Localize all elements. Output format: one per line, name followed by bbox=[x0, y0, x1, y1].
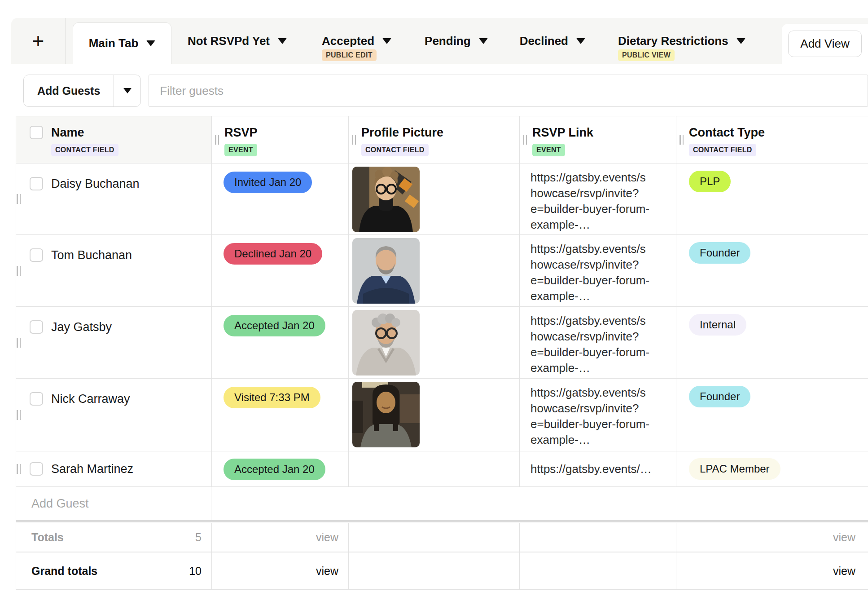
rsvp-status-pill[interactable]: Visited 7:33 PM bbox=[224, 387, 320, 408]
guest-table: Name CONTACT FIELD RSVP EVENT Profile Pi… bbox=[16, 116, 868, 590]
row-drag-handle-icon[interactable] bbox=[17, 338, 21, 348]
chevron-down-icon bbox=[736, 38, 745, 44]
name-cell: Sarah Martinez bbox=[16, 451, 211, 487]
empty-cell bbox=[519, 552, 676, 590]
rsvp-cell: Visited 7:33 PM bbox=[211, 379, 348, 451]
contact-type-pill[interactable]: Founder bbox=[689, 386, 750, 407]
add-guest-placeholder: Add Guest bbox=[31, 497, 89, 511]
tab-pending[interactable]: Pending bbox=[425, 18, 488, 64]
select-all-checkbox[interactable] bbox=[30, 126, 43, 139]
contact-type-pill[interactable]: LPAC Member bbox=[689, 458, 780, 480]
rsvp-status-pill[interactable]: Accepted Jan 20 bbox=[224, 315, 325, 336]
rsvp-link-cell: https://gatsby.events/s howcase/rsvp/inv… bbox=[519, 235, 676, 307]
profile-photo[interactable] bbox=[352, 310, 420, 376]
rsvp-status-pill[interactable]: Accepted Jan 20 bbox=[224, 459, 325, 480]
guest-toolbar: Add Guests bbox=[23, 75, 868, 107]
public-edit-badge: PUBLIC EDIT bbox=[322, 49, 377, 61]
contact-type-cell: Founder bbox=[676, 379, 868, 451]
tab-accepted[interactable]: Accepted PUBLIC EDIT bbox=[322, 18, 391, 64]
column-header-rsvp[interactable]: RSVP EVENT bbox=[211, 116, 348, 163]
contact-type-pill[interactable]: Founder bbox=[689, 242, 750, 264]
view-tabs-bar: + Main Tab Not RSVPd Yet Accepted PUBLIC… bbox=[11, 18, 868, 64]
add-guests-dropdown-button[interactable] bbox=[114, 75, 140, 106]
tab-label: Not RSVPd Yet bbox=[188, 34, 270, 48]
filter-guests-input[interactable] bbox=[149, 75, 868, 107]
tab-main-tab[interactable]: Main Tab bbox=[73, 22, 171, 64]
guest-name: Tom Buchanan bbox=[51, 248, 132, 262]
grand-totals-label: Grand totals bbox=[31, 565, 97, 578]
name-cell: Jay Gatsby bbox=[16, 307, 211, 379]
name-cell: Daisy Buchanan bbox=[16, 163, 211, 235]
column-header-rsvp-link[interactable]: RSVP Link EVENT bbox=[519, 116, 676, 163]
contact-field-badge: CONTACT FIELD bbox=[361, 144, 429, 156]
totals-rsvp-cell: view bbox=[211, 523, 348, 552]
row-drag-handle-icon[interactable] bbox=[17, 464, 21, 474]
contact-type-cell: Internal bbox=[676, 307, 868, 379]
row-drag-handle-icon[interactable] bbox=[17, 194, 21, 204]
row-checkbox[interactable] bbox=[30, 320, 43, 334]
row-checkbox[interactable] bbox=[30, 248, 43, 262]
add-guest-row[interactable]: Add Guest bbox=[16, 487, 868, 522]
row-drag-handle-icon[interactable] bbox=[17, 410, 21, 420]
rsvp-link-text[interactable]: https://gatsby.events/s howcase/rsvp/inv… bbox=[530, 171, 649, 231]
profile-photo[interactable] bbox=[352, 382, 420, 447]
name-cell: Nick Carraway bbox=[16, 379, 211, 451]
table-row: Sarah Martinez Accepted Jan 20 https://g… bbox=[16, 451, 868, 487]
contact-type-pill[interactable]: PLP bbox=[689, 171, 731, 192]
profile-photo[interactable] bbox=[352, 167, 420, 232]
table-body: Daisy Buchanan Invited Jan 20 https://ga… bbox=[16, 163, 868, 487]
add-view-button[interactable]: Add View bbox=[788, 31, 861, 57]
row-checkbox[interactable] bbox=[30, 392, 43, 406]
rsvp-link-text[interactable]: https://gatsby.events/… bbox=[530, 462, 652, 476]
grand-totals-view-link[interactable]: view bbox=[833, 565, 855, 578]
tab-dietary-restrictions[interactable]: Dietary Restrictions PUBLIC VIEW bbox=[618, 18, 745, 64]
empty-cell bbox=[348, 552, 519, 590]
rsvp-link-text[interactable]: https://gatsby.events/s howcase/rsvp/inv… bbox=[530, 314, 649, 375]
tab-not-rsvpd-yet[interactable]: Not RSVPd Yet bbox=[188, 18, 287, 64]
contact-type-pill[interactable]: Internal bbox=[689, 314, 746, 336]
column-drag-handle-icon[interactable] bbox=[215, 135, 219, 145]
grand-totals-name-cell: Grand totals 10 bbox=[16, 552, 211, 590]
add-guests-button[interactable]: Add Guests bbox=[24, 75, 114, 106]
name-cell: Tom Buchanan bbox=[16, 235, 211, 307]
table-row: Daisy Buchanan Invited Jan 20 https://ga… bbox=[16, 163, 868, 235]
rsvp-status-pill[interactable]: Invited Jan 20 bbox=[224, 172, 312, 193]
totals-view-link[interactable]: view bbox=[316, 531, 338, 544]
add-guests-split-button: Add Guests bbox=[23, 75, 141, 107]
column-drag-handle-icon[interactable] bbox=[352, 135, 356, 145]
profile-photo[interactable] bbox=[352, 238, 420, 304]
rsvp-status-pill[interactable]: Declined Jan 20 bbox=[224, 243, 322, 265]
chevron-down-icon bbox=[278, 38, 287, 44]
event-field-badge: EVENT bbox=[532, 144, 565, 156]
row-checkbox[interactable] bbox=[30, 462, 43, 476]
contact-type-cell: LPAC Member bbox=[676, 451, 868, 487]
event-field-badge: EVENT bbox=[224, 144, 257, 156]
column-title: RSVP Link bbox=[532, 125, 593, 140]
rsvp-link-cell: https://gatsby.events/s howcase/rsvp/inv… bbox=[519, 163, 676, 235]
rsvp-link-text[interactable]: https://gatsby.events/s howcase/rsvp/inv… bbox=[530, 386, 649, 446]
rsvp-link-cell: https://gatsby.events/… bbox=[519, 451, 676, 487]
column-header-contact-type[interactable]: Contact Type CONTACT FIELD bbox=[676, 116, 868, 163]
profile-picture-cell bbox=[348, 235, 519, 307]
grand-totals-view-link[interactable]: view bbox=[316, 565, 338, 578]
add-guest-cell[interactable]: Add Guest bbox=[16, 487, 211, 520]
tab-declined[interactable]: Declined bbox=[520, 18, 585, 64]
column-title: RSVP bbox=[224, 125, 258, 140]
totals-name-cell: Totals 5 bbox=[16, 523, 211, 552]
profile-picture-cell bbox=[348, 379, 519, 451]
tom-photo bbox=[352, 238, 420, 304]
rsvp-link-text[interactable]: https://gatsby.events/s howcase/rsvp/inv… bbox=[530, 242, 649, 303]
column-header-name[interactable]: Name CONTACT FIELD bbox=[16, 116, 211, 163]
column-drag-handle-icon[interactable] bbox=[523, 135, 527, 145]
empty-cell bbox=[348, 523, 519, 552]
totals-label: Totals bbox=[31, 531, 64, 544]
guest-name: Sarah Martinez bbox=[51, 462, 133, 476]
tab-label: Accepted bbox=[322, 34, 374, 48]
add-tab-button[interactable]: + bbox=[11, 18, 66, 64]
column-header-profile-picture[interactable]: Profile Picture CONTACT FIELD bbox=[348, 116, 519, 163]
empty-cell bbox=[519, 523, 676, 552]
totals-view-link[interactable]: view bbox=[833, 531, 855, 544]
column-drag-handle-icon[interactable] bbox=[679, 135, 684, 145]
row-drag-handle-icon[interactable] bbox=[17, 266, 21, 276]
row-checkbox[interactable] bbox=[30, 177, 43, 190]
